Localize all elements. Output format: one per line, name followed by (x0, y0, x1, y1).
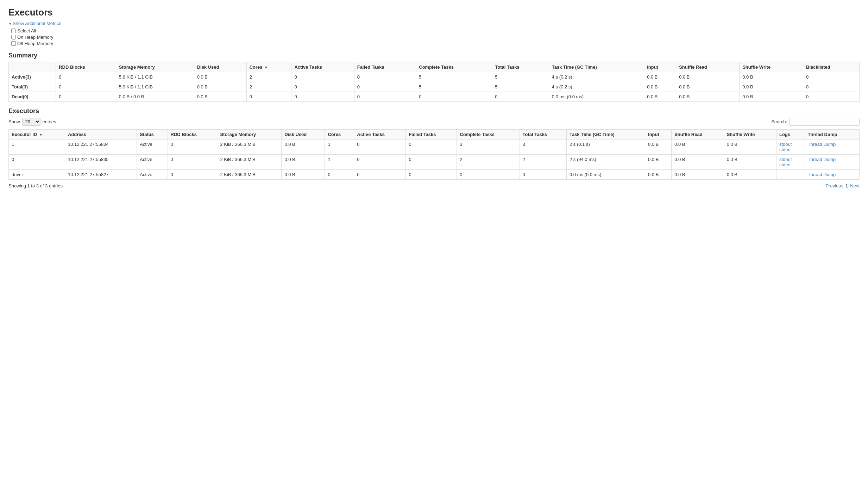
summary-cell-rdd_blocks-0: 0 (56, 72, 116, 82)
table-footer: Showing 1 to 3 of 3 entries Previous 1 N… (8, 183, 860, 188)
search-input[interactable] (789, 118, 860, 126)
summary-cell-total_tasks-0: 5 (492, 72, 549, 82)
summary-col-total-tasks: Total Tasks (492, 62, 549, 72)
summary-cell-failed_tasks-2: 0 (354, 92, 416, 102)
show-entries-control: Show 20 50 100 entries (8, 118, 56, 126)
exec-cell-rdd_blocks-1: 0 (168, 155, 217, 170)
summary-cell-complete_tasks-2: 0 (416, 92, 492, 102)
summary-cell-task_time-2: 0.0 ms (0.0 ms) (549, 92, 644, 102)
summary-cell-blacklisted-1: 0 (803, 82, 860, 92)
summary-cell-input-0: 0.0 B (644, 72, 676, 82)
summary-cell-task_time-1: 4 s (0.2 s) (549, 82, 644, 92)
exec-cell-logs-1: stdoutstderr (776, 155, 805, 170)
summary-cell-total_tasks-1: 5 (492, 82, 549, 92)
summary-col-rdd-blocks: RDD Blocks (56, 62, 116, 72)
exec-cell-task_time-0: 2 s (0.1 s) (566, 140, 645, 155)
summary-col-input: Input (644, 62, 676, 72)
exec-col-failed-tasks: Failed Tasks (406, 130, 457, 140)
exec-col-thread-dump: Thread Dump (805, 130, 859, 140)
exec-cell-cores-0: 1 (325, 140, 354, 155)
on-heap-label: On Heap Memory (17, 35, 54, 40)
exec-cell-executor_id-0: 1 (9, 140, 65, 155)
exec-col-task-time: Task Time (GC Time) (566, 130, 645, 140)
exec-cell-disk_used-0: 0.0 B (282, 140, 325, 155)
show-metrics-link[interactable]: Show Additional Metrics (8, 21, 61, 26)
summary-col-shuffle-write: Shuffle Write (740, 62, 803, 72)
summary-cell-blacklisted-2: 0 (803, 92, 860, 102)
entries-label: entries (43, 119, 56, 124)
off-heap-label: Off Heap Memory (17, 41, 53, 46)
summary-row-2: Dead(0)00.0 B / 0.0 B0.0 B000000.0 ms (0… (9, 92, 860, 102)
summary-col-failed-tasks: Failed Tasks (354, 62, 416, 72)
exec-cell-executor_id-2: driver (9, 170, 65, 180)
executors-table: Executor ID Address Status RDD Blocks St… (8, 129, 860, 180)
exec-cell-status-1: Active (137, 155, 168, 170)
summary-cell-cores-1: 2 (246, 82, 291, 92)
executors-title: Executors (8, 107, 860, 115)
summary-cell-storage_memory-0: 5.9 KiB / 1.1 GiB (116, 72, 194, 82)
exec-col-shuffle-write: Shuffle Write (724, 130, 776, 140)
summary-col-cores: Cores (246, 62, 291, 72)
off-heap-checkbox-item: Off Heap Memory (11, 41, 860, 46)
executor-id-sort-indicator (39, 134, 42, 136)
stdout-link-0[interactable]: stdout (779, 142, 792, 147)
summary-cell-storage_memory-1: 5.9 KiB / 1.1 GiB (116, 82, 194, 92)
exec-cell-shuffle_write-0: 0.0 B (724, 140, 776, 155)
stdout-link-1[interactable]: stdout (779, 157, 792, 162)
summary-cell-shuffle_read-2: 0.0 B (676, 92, 740, 102)
exec-cell-task_time-2: 0.0 ms (0.0 ms) (566, 170, 645, 180)
summary-cell-active_tasks-2: 0 (291, 92, 354, 102)
exec-cell-executor_id-1: 0 (9, 155, 65, 170)
select-all-checkbox[interactable] (11, 29, 16, 33)
exec-col-id[interactable]: Executor ID (9, 130, 65, 140)
summary-cell-shuffle_write-0: 0.0 B (740, 72, 803, 82)
exec-cell-shuffle_write-2: 0.0 B (724, 170, 776, 180)
summary-col-shuffle-read: Shuffle Read (676, 62, 740, 72)
summary-cell-rdd_blocks-1: 0 (56, 82, 116, 92)
stderr-link-1[interactable]: stderr (779, 162, 791, 167)
executor-row-2: driver10.12.221.27:55827Active02 KiB / 3… (9, 170, 860, 180)
exec-cell-cores-1: 1 (325, 155, 354, 170)
summary-cell-label-2: Dead(0) (9, 92, 56, 102)
thread-dump-link-2[interactable]: Thread Dump (808, 172, 836, 177)
prev-button[interactable]: Previous (825, 183, 843, 188)
exec-cell-total_tasks-1: 2 (520, 155, 566, 170)
summary-table: RDD Blocks Storage Memory Disk Used Core… (8, 62, 860, 102)
summary-col-complete-tasks: Complete Tasks (416, 62, 492, 72)
summary-cell-shuffle_write-1: 0.0 B (740, 82, 803, 92)
exec-cell-rdd_blocks-2: 0 (168, 170, 217, 180)
select-all-label: Select All (17, 28, 36, 33)
stderr-link-0[interactable]: stderr (779, 147, 791, 152)
exec-cell-failed_tasks-1: 0 (406, 155, 457, 170)
summary-col-disk-used: Disk Used (194, 62, 246, 72)
summary-col-label (9, 62, 56, 72)
entries-select[interactable]: 20 50 100 (22, 118, 40, 126)
exec-cell-shuffle_write-1: 0.0 B (724, 155, 776, 170)
exec-cell-status-0: Active (137, 140, 168, 155)
exec-col-logs: Logs (776, 130, 805, 140)
exec-cell-failed_tasks-0: 0 (406, 140, 457, 155)
thread-dump-link-0[interactable]: Thread Dump (808, 142, 836, 147)
select-all-checkbox-item: Select All (11, 28, 860, 33)
exec-cell-total_tasks-0: 3 (520, 140, 566, 155)
summary-col-storage-memory: Storage Memory (116, 62, 194, 72)
on-heap-checkbox[interactable] (11, 35, 16, 39)
exec-col-complete-tasks: Complete Tasks (457, 130, 520, 140)
exec-cell-input-0: 0.0 B (645, 140, 672, 155)
exec-col-storage-memory: Storage Memory (217, 130, 282, 140)
next-button[interactable]: Next (850, 183, 860, 188)
exec-col-rdd-blocks: RDD Blocks (168, 130, 217, 140)
summary-cell-active_tasks-1: 0 (291, 82, 354, 92)
exec-cell-storage_memory-1: 2 KiB / 366.3 MiB (217, 155, 282, 170)
summary-col-blacklisted: Blacklisted (803, 62, 860, 72)
off-heap-checkbox[interactable] (11, 41, 16, 46)
additional-metrics-checkboxes: Select All On Heap Memory Off Heap Memor… (11, 28, 860, 46)
summary-cell-complete_tasks-1: 5 (416, 82, 492, 92)
search-label: Search: (771, 119, 787, 124)
thread-dump-link-1[interactable]: Thread Dump (808, 157, 836, 162)
executors-table-controls: Show 20 50 100 entries Search: (8, 118, 860, 126)
exec-cell-shuffle_read-2: 0.0 B (672, 170, 724, 180)
exec-col-input: Input (645, 130, 672, 140)
exec-cell-address-0: 10.12.221.27:55834 (65, 140, 137, 155)
exec-cell-active_tasks-0: 0 (354, 140, 406, 155)
